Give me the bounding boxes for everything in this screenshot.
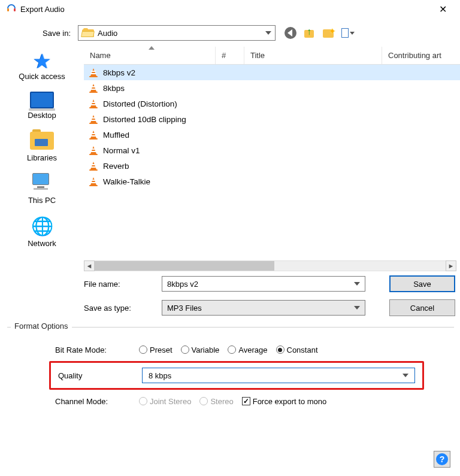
place-network[interactable]: 🌐 Network bbox=[0, 216, 84, 248]
save-in-combo[interactable]: Audio bbox=[78, 25, 276, 41]
quality-row-highlight: Quality 8 kbps bbox=[49, 361, 424, 390]
vlc-cone-icon bbox=[89, 177, 98, 186]
view-menu-button[interactable] bbox=[341, 26, 355, 40]
vlc-cone-icon bbox=[89, 114, 98, 124]
star-icon: ★ bbox=[33, 53, 51, 69]
svg-rect-0 bbox=[7, 8, 9, 11]
bit-rate-average-radio[interactable]: Average bbox=[228, 345, 267, 354]
horizontal-scrollbar[interactable]: ◄ ► bbox=[84, 260, 456, 272]
bit-rate-variable-radio[interactable]: Variable bbox=[181, 345, 220, 354]
file-row[interactable]: 8kbps v2 bbox=[84, 65, 460, 80]
channel-joint-stereo-radio: Joint Stereo bbox=[139, 397, 191, 406]
window-title: Export Audio bbox=[20, 5, 65, 14]
chevron-down-icon bbox=[402, 374, 408, 377]
save-type-label: Save as type: bbox=[84, 304, 162, 313]
file-row[interactable]: Walkie-Talkie bbox=[84, 174, 460, 189]
scroll-left-button[interactable]: ◄ bbox=[84, 260, 95, 271]
save-type-combo[interactable]: MP3 Files bbox=[162, 300, 365, 316]
force-mono-checkbox[interactable]: Force export to mono bbox=[242, 397, 327, 406]
col-title[interactable]: Title bbox=[244, 47, 382, 64]
quality-label: Quality bbox=[58, 371, 142, 380]
place-quick-access[interactable]: ★ Quick access bbox=[0, 53, 84, 81]
file-row[interactable]: Distorted 10dB clipping bbox=[84, 111, 460, 127]
bit-rate-preset-radio[interactable]: Preset bbox=[139, 345, 172, 354]
save-type-value: MP3 Files bbox=[167, 304, 202, 313]
file-row[interactable]: 8kbps bbox=[84, 80, 460, 96]
chevron-down-icon bbox=[354, 306, 360, 310]
save-in-value: Audio bbox=[98, 29, 117, 38]
scroll-track[interactable] bbox=[95, 260, 446, 271]
vlc-cone-icon bbox=[89, 130, 98, 140]
place-this-pc[interactable]: This PC bbox=[0, 173, 84, 205]
file-row[interactable]: Normal v1 bbox=[84, 143, 460, 158]
format-options-group: Format Options Bit Rate Mode: Preset Var… bbox=[7, 327, 454, 417]
close-button[interactable]: ✕ bbox=[432, 1, 454, 17]
file-row[interactable]: Muffled bbox=[84, 127, 460, 143]
file-name-label: File name: bbox=[84, 280, 162, 289]
title-bar: Export Audio ✕ bbox=[0, 0, 460, 19]
save-button[interactable]: Save bbox=[389, 275, 455, 292]
channel-stereo-radio: Stereo bbox=[199, 397, 233, 406]
network-icon: 🌐 bbox=[31, 216, 53, 237]
vlc-cone-icon bbox=[89, 99, 98, 108]
svg-rect-1 bbox=[14, 8, 16, 11]
vlc-cone-icon bbox=[89, 161, 98, 171]
help-button[interactable]: ? bbox=[434, 451, 450, 468]
chevron-down-icon bbox=[265, 31, 271, 35]
chevron-down-icon bbox=[354, 282, 360, 286]
file-list: Name # Title Contributing art 8kbps v2 8… bbox=[84, 47, 460, 272]
channel-mode-row: Channel Mode: Joint Stereo Stereo Force … bbox=[55, 391, 448, 411]
quality-combo[interactable]: 8 kbps bbox=[142, 368, 415, 383]
scroll-thumb[interactable] bbox=[95, 261, 274, 271]
channel-mode-label: Channel Mode: bbox=[55, 397, 139, 406]
column-headers: Name # Title Contributing art bbox=[84, 47, 460, 65]
col-number[interactable]: # bbox=[216, 47, 244, 64]
nav-back-button[interactable] bbox=[284, 26, 297, 40]
file-name-combo[interactable]: 8kbps v2 bbox=[162, 276, 365, 292]
save-in-row: Save in: Audio ↑ ✦ bbox=[0, 19, 460, 47]
new-folder-button[interactable]: ✦ bbox=[322, 26, 335, 40]
save-in-label: Save in: bbox=[0, 29, 78, 38]
desktop-icon bbox=[30, 92, 54, 108]
sort-indicator-icon bbox=[149, 46, 155, 50]
bit-rate-mode-label: Bit Rate Mode: bbox=[55, 345, 139, 354]
format-options-legend: Format Options bbox=[11, 322, 72, 331]
scroll-right-button[interactable]: ► bbox=[446, 260, 456, 271]
this-pc-icon bbox=[30, 173, 54, 193]
file-name-value: 8kbps v2 bbox=[167, 280, 198, 289]
libraries-icon bbox=[30, 131, 54, 151]
file-row[interactable]: Distorted (Distortion) bbox=[84, 96, 460, 111]
help-icon: ? bbox=[436, 453, 448, 465]
folder-icon bbox=[82, 28, 94, 38]
vlc-cone-icon bbox=[89, 68, 98, 77]
col-contrib[interactable]: Contributing art bbox=[382, 47, 460, 64]
place-desktop[interactable]: Desktop bbox=[0, 92, 84, 120]
bit-rate-constant-radio[interactable]: Constant bbox=[276, 345, 318, 354]
app-icon bbox=[6, 3, 17, 16]
cancel-button[interactable]: Cancel bbox=[389, 299, 455, 316]
up-one-level-button[interactable]: ↑ bbox=[303, 26, 316, 40]
vlc-cone-icon bbox=[89, 145, 98, 155]
vlc-cone-icon bbox=[89, 83, 98, 93]
quality-value: 8 kbps bbox=[149, 371, 171, 380]
place-libraries[interactable]: Libraries bbox=[0, 131, 84, 162]
places-sidebar: ★ Quick access Desktop Libraries This PC… bbox=[0, 47, 84, 272]
file-row[interactable]: Reverb bbox=[84, 158, 460, 174]
bit-rate-mode-row: Bit Rate Mode: Preset Variable Average C… bbox=[55, 339, 448, 360]
